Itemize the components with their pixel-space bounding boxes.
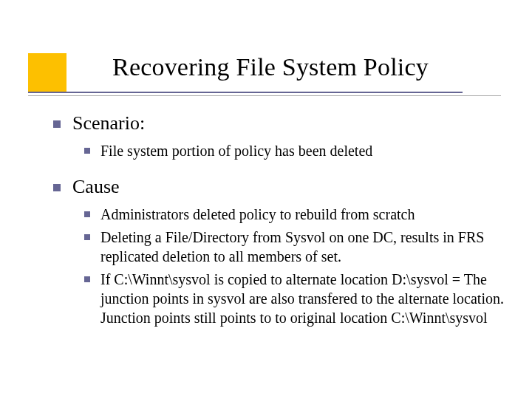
- square-bullet-icon: [84, 276, 90, 282]
- list-item: Administrators deleted policy to rebuild…: [84, 205, 532, 225]
- square-bullet-icon: [84, 148, 90, 154]
- list-item: Deleting a File/Directory from Sysvol on…: [84, 228, 532, 266]
- heading-text: Scenario:: [72, 112, 532, 134]
- slide-title: Recovering File System Policy: [112, 53, 429, 81]
- heading-text: Cause: [72, 176, 532, 198]
- list-item-text: Deleting a File/Directory from Sysvol on…: [100, 228, 532, 266]
- list-item-text: File system portion of policy has been d…: [100, 142, 532, 161]
- square-bullet-icon: [84, 234, 90, 240]
- list-item-text: If C:\Winnt\sysvol is copied to alternat…: [100, 270, 532, 327]
- section-heading: Cause: [53, 176, 532, 198]
- square-bullet-icon: [53, 120, 61, 128]
- section-heading: Scenario:: [53, 112, 532, 134]
- slide-body: Scenario: File system portion of policy …: [53, 112, 532, 332]
- horizontal-rule-shadow: [28, 95, 501, 96]
- square-bullet-icon: [53, 184, 61, 191]
- list-item-text: Administrators deleted policy to rebuild…: [100, 205, 532, 225]
- horizontal-rule: [28, 92, 463, 93]
- accent-square: [28, 53, 66, 92]
- list-item: If C:\Winnt\sysvol is copied to alternat…: [84, 270, 532, 327]
- slide: Recovering File System Policy Scenario: …: [0, 0, 532, 399]
- square-bullet-icon: [84, 211, 90, 217]
- list-item: File system portion of policy has been d…: [84, 142, 532, 161]
